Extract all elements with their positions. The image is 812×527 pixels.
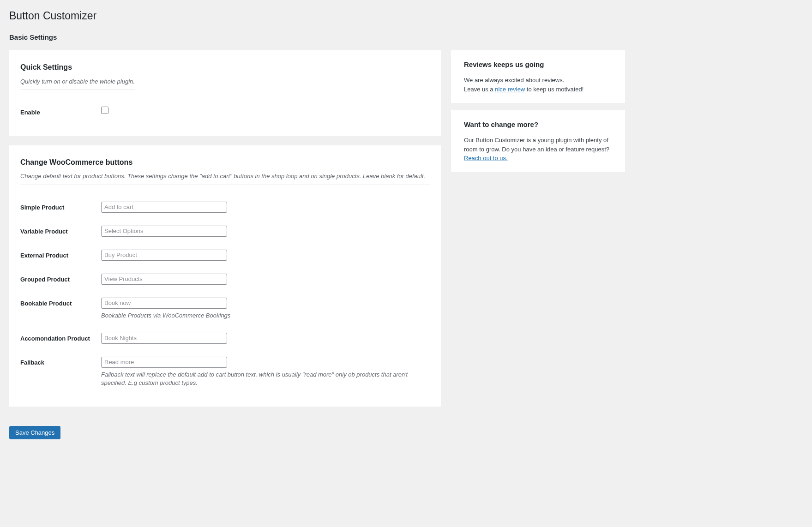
- simple-product-input[interactable]: [101, 202, 227, 213]
- fallback-input[interactable]: [101, 357, 227, 368]
- woo-buttons-subtitle: Change default text for product buttons.…: [20, 172, 430, 185]
- nice-review-link[interactable]: nice review: [495, 86, 525, 93]
- woo-buttons-card: Change WooCommerce buttons Change defaul…: [9, 145, 441, 407]
- accommodation-product-input[interactable]: [101, 333, 227, 344]
- change-more-title: Want to change more?: [464, 120, 612, 129]
- quick-settings-title: Quick Settings: [20, 62, 430, 72]
- external-product-label: External Product: [20, 250, 101, 260]
- reviews-line1: We are always excited about reviews.: [464, 77, 564, 84]
- variable-product-input[interactable]: [101, 226, 227, 237]
- bookable-product-input[interactable]: [101, 298, 227, 309]
- enable-checkbox[interactable]: [101, 107, 108, 114]
- quick-settings-subtitle: Quickly turn on or disable the whole plu…: [20, 78, 135, 90]
- enable-label: Enable: [20, 107, 101, 117]
- section-heading: Basic Settings: [9, 32, 803, 42]
- reviews-title: Reviews keeps us going: [464, 60, 612, 69]
- woo-buttons-title: Change WooCommerce buttons: [20, 157, 430, 168]
- bookable-product-label: Bookable Product: [20, 298, 101, 308]
- reviews-line2-suffix: to keep us motivated!: [525, 86, 583, 93]
- external-product-input[interactable]: [101, 250, 227, 261]
- bookable-help-text: Bookable Products via WooCommerce Bookin…: [101, 311, 430, 320]
- variable-product-label: Variable Product: [20, 226, 101, 236]
- fallback-label: Fallback: [20, 357, 101, 367]
- reviews-card: Reviews keeps us going We are always exc…: [451, 50, 625, 103]
- change-more-text: Our Button Customizer is a young plugin …: [464, 137, 609, 153]
- simple-product-label: Simple Product: [20, 202, 101, 212]
- grouped-product-input[interactable]: [101, 274, 227, 285]
- quick-settings-card: Quick Settings Quickly turn on or disabl…: [9, 50, 441, 136]
- reach-out-link[interactable]: Reach out to us.: [464, 155, 508, 162]
- reviews-line2-prefix: Leave us a: [464, 86, 495, 93]
- save-changes-button[interactable]: Save Changes: [9, 426, 60, 439]
- change-more-card: Want to change more? Our Button Customiz…: [451, 110, 625, 172]
- accommodation-product-label: Accomondation Product: [20, 333, 101, 343]
- page-title: Button Customizer: [9, 8, 803, 23]
- grouped-product-label: Grouped Product: [20, 274, 101, 284]
- fallback-help-text: Fallback text will replace the default a…: [101, 371, 430, 387]
